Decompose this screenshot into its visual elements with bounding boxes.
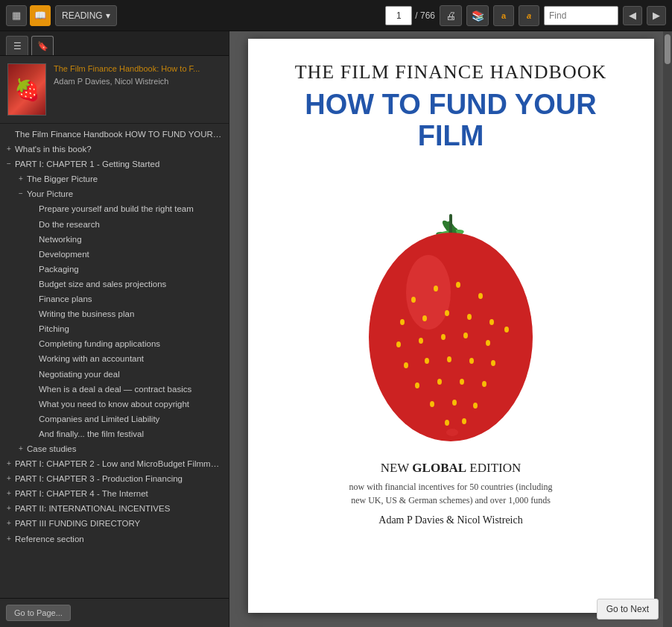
toc-toggle-copyright: [27, 398, 39, 410]
toc-toggle-finance-plans: [27, 293, 39, 305]
toc-toggle-companies: [27, 413, 39, 425]
toc-item-your-picture[interactable]: − Your Picture: [0, 186, 229, 201]
toc-label-your-picture: Your Picture: [27, 188, 223, 200]
right-panel: THE FILM FINANCE HANDBOOK How To Fund Yo…: [229, 31, 672, 627]
print-button[interactable]: 🖨: [440, 5, 462, 26]
toc-item-pitching[interactable]: Pitching: [0, 321, 229, 336]
toc-item-business-plan[interactable]: Writing the business plan: [0, 306, 229, 321]
book-page-title: THE FILM FINANCE HANDBOOK: [295, 61, 607, 84]
toc-item-bigger-picture[interactable]: + The Bigger Picture: [0, 171, 229, 186]
find-input[interactable]: [544, 6, 618, 25]
toc-container[interactable]: The Film Finance Handbook HOW TO FUND YO…: [0, 124, 229, 598]
toc-item-ch4[interactable]: + PART I: CHAPTER 4 - The Internet: [0, 486, 229, 501]
svg-point-36: [445, 420, 449, 426]
toc-label-part3: PART III FUNDING DIRECTORY: [15, 517, 223, 529]
toc-label-packaging: Packaging: [39, 263, 223, 275]
page-navigation: / 766: [385, 6, 435, 25]
toc-toggle-ch4[interactable]: +: [3, 488, 15, 500]
toc-item-contract[interactable]: When is a deal a deal — contract basics: [0, 382, 229, 397]
toc-item-festival[interactable]: And finally... the film festival: [0, 426, 229, 441]
toc-item-accountant[interactable]: Working with an accountant: [0, 351, 229, 366]
right-scrollbar[interactable]: [663, 31, 672, 627]
toc-label-reference: Reference section: [15, 533, 223, 545]
edition-text-global: GLOBAL: [412, 461, 466, 475]
toc-toggle-ch2[interactable]: +: [3, 458, 15, 470]
toc-label-bigger-picture: The Bigger Picture: [27, 173, 223, 185]
toc-toggle-ch3[interactable]: +: [3, 473, 15, 485]
toc-item-prepare[interactable]: Prepare yourself and build the right tea…: [0, 201, 229, 216]
amazon-button-1[interactable]: a: [493, 5, 514, 26]
toc-label-root: The Film Finance Handbook HOW TO FUND YO…: [15, 128, 223, 140]
toc-item-case-studies[interactable]: + Case studies: [0, 441, 229, 456]
toc-label-ch4: PART I: CHAPTER 4 - The Internet: [15, 488, 223, 500]
toc-toggle-pitching: [27, 323, 39, 335]
toc-toggle-part3[interactable]: +: [3, 517, 15, 529]
toc-item-ch2[interactable]: + PART I: CHAPTER 2 - Low and MicroBudge…: [0, 456, 229, 471]
toc-label-ch2: PART I: CHAPTER 2 - Low and MicroBudget …: [15, 458, 223, 470]
toc-item-root[interactable]: The Film Finance Handbook HOW TO FUND YO…: [0, 127, 229, 142]
toc-item-packaging[interactable]: Packaging: [0, 262, 229, 277]
toc-item-negotiating[interactable]: Negotiating your deal: [0, 367, 229, 382]
page-area: THE FILM FINANCE HANDBOOK How To Fund Yo…: [229, 31, 672, 627]
toc-toggle-case-studies[interactable]: +: [15, 443, 27, 455]
go-to-button[interactable]: Go to Page...: [6, 605, 71, 621]
toc-label-whats-in: What's in this book?: [15, 143, 223, 155]
toc-label-funding-apps: Completing funding applications: [39, 338, 223, 350]
amazon-button-2[interactable]: a: [519, 5, 539, 26]
toc-toggle-development: [27, 248, 39, 260]
toc-item-networking[interactable]: Networking: [0, 232, 229, 247]
book-author-line: Adam P Davies & Nicol Wistreich: [378, 514, 522, 526]
toc-item-research[interactable]: Do the research: [0, 217, 229, 232]
go-to-next-button[interactable]: Go to Next: [597, 599, 659, 620]
reading-mode-selector[interactable]: READING ▾: [55, 5, 117, 26]
toc-toggle-accountant: [27, 353, 39, 365]
prev-page-button[interactable]: ◀: [623, 6, 642, 25]
left-panel: ☰ 🔖 🍓 The Film Finance Handbook: How to …: [0, 31, 229, 627]
toc-item-finance-plans[interactable]: Finance plans: [0, 292, 229, 306]
toc-item-part3[interactable]: + PART III FUNDING DIRECTORY: [0, 516, 229, 531]
left-toolbar: ▦ 📖: [6, 5, 51, 26]
svg-point-28: [491, 360, 495, 366]
book-view-button[interactable]: 📖: [30, 5, 51, 26]
grid-view-button[interactable]: ▦: [6, 5, 27, 26]
svg-point-32: [482, 381, 486, 387]
toc-item-whats-in[interactable]: + What's in this book?: [0, 142, 229, 157]
book-title-link[interactable]: The Film Finance Handbook: How to F...: [54, 63, 221, 74]
toc-item-funding-apps[interactable]: Completing funding applications: [0, 336, 229, 351]
toc-item-development[interactable]: Development: [0, 247, 229, 262]
toc-item-ch3[interactable]: + PART I: CHAPTER 3 - Production Financi…: [0, 471, 229, 486]
toc-toggle-part2[interactable]: +: [3, 502, 15, 514]
scroll-thumb[interactable]: [665, 34, 671, 64]
svg-point-24: [404, 362, 408, 368]
toc-toggle-bigger-picture[interactable]: +: [15, 173, 27, 185]
toc-toggle-reference[interactable]: +: [3, 533, 15, 545]
toc-item-reference[interactable]: + Reference section: [0, 532, 229, 546]
book-cover-thumbnail[interactable]: 🍓: [7, 63, 46, 116]
toc-toggle-ch1[interactable]: −: [3, 158, 15, 170]
svg-point-13: [400, 319, 405, 325]
toc-item-copyright[interactable]: What you need to know about copyright: [0, 397, 229, 412]
toc-label-contract: When is a deal a deal — contract basics: [39, 383, 223, 395]
page-number-input[interactable]: [385, 6, 412, 25]
toc-toggle-contract: [27, 383, 39, 395]
toc-toggle-whats-in[interactable]: +: [3, 143, 15, 155]
toc-item-companies[interactable]: Companies and Limited Liability: [0, 412, 229, 426]
toc-toggle-your-picture[interactable]: −: [15, 188, 27, 200]
toc-item-part2[interactable]: + PART II: INTERNATIONAL INCENTIVES: [0, 501, 229, 516]
bookmark-tab[interactable]: 🔖: [31, 36, 54, 55]
toc-label-prepare: Prepare yourself and build the right tea…: [39, 203, 223, 215]
toc-item-ch1[interactable]: − PART I: CHAPTER 1 - Getting Started: [0, 157, 229, 171]
book-thumbnail-section: 🍓 The Film Finance Handbook: How to F...…: [0, 56, 229, 124]
toc-tab[interactable]: ☰: [6, 36, 28, 55]
library-button[interactable]: 📚: [466, 5, 489, 26]
toc-toggle-festival: [27, 428, 39, 440]
svg-point-29: [415, 382, 419, 388]
book-info: The Film Finance Handbook: How to F... A…: [54, 63, 221, 116]
svg-point-15: [445, 310, 449, 316]
svg-point-37: [462, 418, 466, 424]
toc-label-pitching: Pitching: [39, 323, 223, 335]
toc-item-budget[interactable]: Budget size and sales projections: [0, 277, 229, 292]
next-page-button[interactable]: ▶: [647, 6, 666, 25]
toc-toggle-root[interactable]: [3, 128, 15, 140]
svg-point-7: [369, 233, 533, 441]
